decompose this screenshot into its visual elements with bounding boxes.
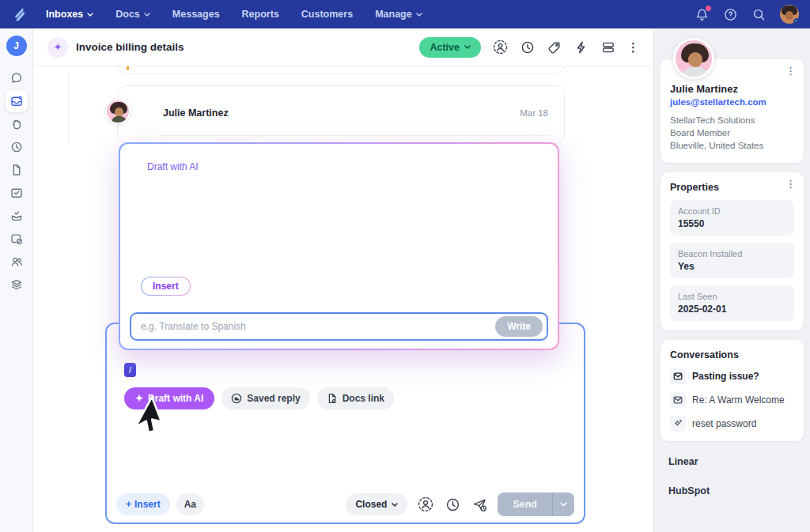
customer-options-icon[interactable]: ⋮ <box>785 66 796 76</box>
document-icon[interactable] <box>6 159 28 181</box>
send-button[interactable]: Send <box>498 492 574 516</box>
people-icon[interactable] <box>6 251 28 273</box>
ai-insert-button[interactable]: Insert <box>141 277 191 296</box>
ai-write-button[interactable]: Write <box>495 316 543 337</box>
snooze-clock-icon[interactable] <box>444 496 461 513</box>
user-avatar[interactable] <box>780 5 799 24</box>
clock-icon[interactable] <box>6 136 28 158</box>
conversation-list-item[interactable]: Re: A Warm Welcome <box>670 392 794 408</box>
layers-icon[interactable] <box>6 274 28 296</box>
insert-button[interactable]: + Insert <box>116 493 170 515</box>
conversation-list-item[interactable]: reset password <box>670 416 794 432</box>
insert-label: Insert <box>134 499 161 510</box>
properties-options-icon[interactable]: ⋮ <box>785 179 796 189</box>
nav-menu: Inboxes Docs Messages Reports Customers … <box>46 9 422 20</box>
docs-link-button[interactable]: Docs link <box>317 387 394 409</box>
saved-reply-label: Saved reply <box>247 393 300 404</box>
send-label: Send <box>498 492 552 516</box>
conversation-header: ✦ Invoice billing details Active <box>33 28 653 66</box>
customer-name: Julie Martinez <box>670 83 794 95</box>
customer-avatar[interactable] <box>673 38 714 79</box>
properties-card: ⋮ Properties Account ID 15550 Beacon Ins… <box>660 172 804 330</box>
nav-item-label: Customers <box>301 9 353 20</box>
conversation-subject: Re: A Warm Welcome <box>692 394 785 406</box>
nav-item-messages[interactable]: Messages <box>172 9 220 20</box>
text-format-button[interactable]: Aa <box>176 493 204 515</box>
message-divider <box>159 135 550 136</box>
nav-item-label: Reports <box>242 9 279 20</box>
merge-panels-icon[interactable] <box>600 40 615 55</box>
nav-item-reports[interactable]: Reports <box>242 9 279 20</box>
nav-right-group <box>695 5 799 24</box>
inbox-blocked-icon[interactable] <box>6 228 28 250</box>
message-author: Julie Martinez <box>163 108 229 119</box>
conversation-list-item[interactable]: Pasting issue? <box>670 368 794 384</box>
property-row[interactable]: Account ID 15550 <box>670 200 794 236</box>
nav-item-label: Messages <box>172 9 220 20</box>
assign-icon[interactable] <box>493 40 508 55</box>
send-later-icon[interactable] <box>471 496 488 513</box>
nav-item-manage[interactable]: Manage <box>375 9 422 20</box>
customer-role: Board Member <box>670 126 794 139</box>
ai-panel-title: Draft with AI <box>147 161 199 172</box>
property-label: Account ID <box>678 206 786 216</box>
send-options-caret[interactable] <box>553 492 574 516</box>
chevron-down-icon <box>464 45 471 49</box>
helpscout-logo[interactable] <box>11 6 28 23</box>
assign-icon[interactable] <box>417 496 434 513</box>
nav-item-customers[interactable]: Customers <box>301 9 353 20</box>
closed-status-button[interactable]: Closed <box>346 493 407 515</box>
more-options-icon[interactable]: ⋮ <box>627 41 639 53</box>
ai-title-icon: ✦ <box>47 37 68 58</box>
customer-sidebar: ⋮ Julie Martinez jules@stellartech.com S… <box>653 28 810 532</box>
rail-inbox-avatar[interactable]: J <box>6 36 27 56</box>
chevron-down-icon <box>144 13 150 17</box>
customer-email-link[interactable]: jules@stellartech.com <box>670 97 794 107</box>
chat-icon[interactable] <box>6 67 28 89</box>
header-actions: Active <box>419 37 639 58</box>
snooze-clock-icon[interactable] <box>520 40 535 55</box>
page-title: Invoice billing details <box>76 41 184 53</box>
chevron-down-icon <box>560 502 567 507</box>
avatar-face <box>688 52 702 67</box>
status-label: Active <box>430 42 460 53</box>
status-active-button[interactable]: Active <box>419 37 481 58</box>
search-icon[interactable] <box>751 7 766 21</box>
nav-item-docs[interactable]: Docs <box>115 9 150 20</box>
previous-message-card[interactable] <box>117 66 565 74</box>
tray-check-icon[interactable] <box>6 205 28 227</box>
main-column: ✦ Invoice billing details Active <box>33 28 653 532</box>
message-date: Mar 18 <box>520 108 548 118</box>
reply-editor[interactable]: / ✦ Draft with AI Saved reply <box>105 323 585 524</box>
help-icon[interactable] <box>723 7 737 21</box>
property-value: Yes <box>678 261 786 272</box>
conversations-title: Conversations <box>670 349 794 360</box>
conversations-card: Conversations Pasting issue? Re: A Warm … <box>660 340 804 441</box>
conversation-thread: Julie Martinez Mar 18 Draft with AI Inse… <box>33 66 653 532</box>
notifications-bell-icon[interactable] <box>695 7 709 21</box>
saved-reply-button[interactable]: Saved reply <box>221 387 309 409</box>
app-window: Inboxes Docs Messages Reports Customers … <box>0 0 810 532</box>
saved-reply-icon <box>231 393 242 404</box>
note-indicator <box>127 66 129 70</box>
ai-prompt-input[interactable] <box>141 321 495 332</box>
mouse-cursor <box>132 394 167 435</box>
docs-link-label: Docs link <box>343 393 384 404</box>
integration-hubspot[interactable]: HubSpot <box>668 485 802 496</box>
nav-item-label: Docs <box>115 9 140 20</box>
tag-icon[interactable] <box>547 40 562 55</box>
top-nav: Inboxes Docs Messages Reports Customers … <box>0 0 810 28</box>
customer-location: Blueville, United States <box>670 139 794 152</box>
inbox-icon[interactable] <box>6 90 28 112</box>
property-row[interactable]: Beacon Installed Yes <box>670 243 794 278</box>
inbox-initial: J <box>13 40 19 51</box>
conversation-subject: reset password <box>692 418 756 429</box>
integration-linear[interactable]: Linear <box>668 456 802 467</box>
nav-item-inboxes[interactable]: Inboxes <box>46 9 93 20</box>
property-row[interactable]: Last Seen 2025-02-01 <box>670 285 794 321</box>
workflow-lightning-icon[interactable] <box>573 40 589 55</box>
inbox-check-icon[interactable] <box>6 182 28 204</box>
customer-message-card[interactable]: Julie Martinez Mar 18 <box>117 85 565 144</box>
waving-hand-icon[interactable] <box>6 113 28 135</box>
docs-link-icon <box>327 393 338 404</box>
